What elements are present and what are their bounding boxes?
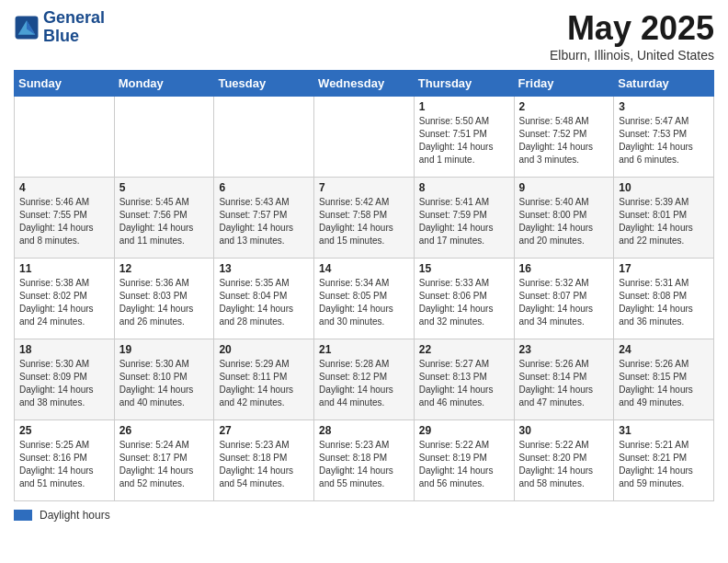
calendar-cell: 12Sunrise: 5:36 AM Sunset: 8:03 PM Dayli… (114, 259, 214, 339)
day-info: Sunrise: 5:31 AM Sunset: 8:08 PM Dayligh… (619, 277, 709, 328)
calendar-cell: 22Sunrise: 5:27 AM Sunset: 8:13 PM Dayli… (414, 339, 514, 420)
calendar-cell: 15Sunrise: 5:33 AM Sunset: 8:06 PM Dayli… (414, 259, 514, 339)
day-info: Sunrise: 5:26 AM Sunset: 8:15 PM Dayligh… (619, 358, 709, 409)
day-info: Sunrise: 5:29 AM Sunset: 8:11 PM Dayligh… (219, 358, 309, 409)
day-number: 22 (419, 343, 509, 356)
day-info: Sunrise: 5:32 AM Sunset: 8:07 PM Dayligh… (519, 277, 609, 328)
calendar-body: 1Sunrise: 5:50 AM Sunset: 7:51 PM Daylig… (15, 97, 714, 501)
calendar-cell: 21Sunrise: 5:28 AM Sunset: 8:12 PM Dayli… (314, 339, 415, 420)
calendar-cell: 4Sunrise: 5:46 AM Sunset: 7:55 PM Daylig… (15, 178, 115, 259)
day-info: Sunrise: 5:23 AM Sunset: 8:18 PM Dayligh… (219, 439, 309, 490)
day-info: Sunrise: 5:43 AM Sunset: 7:57 PM Dayligh… (219, 196, 309, 247)
calendar-day-header: Sunday (15, 71, 115, 97)
day-number: 7 (319, 181, 409, 194)
day-info: Sunrise: 5:38 AM Sunset: 8:02 PM Dayligh… (19, 277, 109, 328)
calendar-cell: 1Sunrise: 5:50 AM Sunset: 7:51 PM Daylig… (414, 97, 514, 178)
day-info: Sunrise: 5:45 AM Sunset: 7:56 PM Dayligh… (119, 196, 210, 247)
calendar-cell: 23Sunrise: 5:26 AM Sunset: 8:14 PM Dayli… (514, 339, 614, 420)
day-number: 10 (619, 181, 709, 194)
day-info: Sunrise: 5:48 AM Sunset: 7:52 PM Dayligh… (519, 115, 609, 167)
day-number: 29 (419, 424, 509, 437)
day-info: Sunrise: 5:26 AM Sunset: 8:14 PM Dayligh… (519, 358, 609, 409)
day-info: Sunrise: 5:46 AM Sunset: 7:55 PM Dayligh… (19, 196, 109, 247)
day-number: 13 (219, 262, 309, 275)
day-number: 9 (519, 181, 609, 194)
calendar-day-header: Wednesday (314, 71, 415, 97)
day-info: Sunrise: 5:34 AM Sunset: 8:05 PM Dayligh… (319, 277, 409, 328)
day-info: Sunrise: 5:41 AM Sunset: 7:59 PM Dayligh… (419, 196, 509, 247)
day-number: 12 (119, 262, 210, 275)
page-header: General Blue May 2025 Elburn, Illinois, … (14, 9, 714, 63)
logo-line2: Blue (43, 28, 105, 46)
calendar-week-row: 25Sunrise: 5:25 AM Sunset: 8:16 PM Dayli… (15, 420, 714, 501)
day-number: 21 (319, 343, 409, 356)
day-number: 15 (419, 262, 509, 275)
calendar-table: SundayMondayTuesdayWednesdayThursdayFrid… (14, 70, 714, 501)
calendar-day-header: Friday (514, 71, 614, 97)
legend-color-box (14, 510, 32, 521)
page-title: May 2025 (550, 9, 714, 48)
day-number: 28 (319, 424, 409, 437)
day-number: 24 (619, 343, 709, 356)
calendar-cell: 29Sunrise: 5:22 AM Sunset: 8:19 PM Dayli… (414, 420, 514, 501)
calendar-day-header: Monday (114, 71, 214, 97)
day-info: Sunrise: 5:30 AM Sunset: 8:10 PM Dayligh… (119, 358, 210, 409)
logo: General Blue (14, 9, 105, 46)
day-info: Sunrise: 5:24 AM Sunset: 8:17 PM Dayligh… (119, 439, 210, 490)
calendar-cell (314, 97, 415, 178)
day-number: 31 (619, 424, 709, 437)
calendar-cell (214, 97, 314, 178)
day-info: Sunrise: 5:47 AM Sunset: 7:53 PM Dayligh… (619, 115, 709, 167)
day-number: 20 (219, 343, 309, 356)
calendar-cell: 13Sunrise: 5:35 AM Sunset: 8:04 PM Dayli… (214, 259, 314, 339)
day-number: 19 (119, 343, 210, 356)
calendar-cell: 14Sunrise: 5:34 AM Sunset: 8:05 PM Dayli… (314, 259, 415, 339)
day-info: Sunrise: 5:33 AM Sunset: 8:06 PM Dayligh… (419, 277, 509, 328)
calendar-cell: 8Sunrise: 5:41 AM Sunset: 7:59 PM Daylig… (414, 178, 514, 259)
title-block: May 2025 Elburn, Illinois, United States (550, 9, 714, 63)
calendar-week-row: 1Sunrise: 5:50 AM Sunset: 7:51 PM Daylig… (15, 97, 714, 178)
day-info: Sunrise: 5:28 AM Sunset: 8:12 PM Dayligh… (319, 358, 409, 409)
calendar-day-header: Tuesday (214, 71, 314, 97)
day-info: Sunrise: 5:23 AM Sunset: 8:18 PM Dayligh… (319, 439, 409, 490)
day-number: 18 (19, 343, 109, 356)
calendar-cell: 27Sunrise: 5:23 AM Sunset: 8:18 PM Dayli… (214, 420, 314, 501)
day-number: 26 (119, 424, 210, 437)
calendar-cell (114, 97, 214, 178)
calendar-cell: 5Sunrise: 5:45 AM Sunset: 7:56 PM Daylig… (114, 178, 214, 259)
day-info: Sunrise: 5:42 AM Sunset: 7:58 PM Dayligh… (319, 196, 409, 247)
calendar-cell: 10Sunrise: 5:39 AM Sunset: 8:01 PM Dayli… (614, 178, 714, 259)
legend: Daylight hours (14, 509, 714, 522)
day-info: Sunrise: 5:22 AM Sunset: 8:19 PM Dayligh… (419, 439, 509, 490)
calendar-day-header: Saturday (614, 71, 714, 97)
day-number: 4 (19, 181, 109, 194)
day-number: 25 (19, 424, 109, 437)
calendar-cell: 2Sunrise: 5:48 AM Sunset: 7:52 PM Daylig… (514, 97, 614, 178)
day-info: Sunrise: 5:27 AM Sunset: 8:13 PM Dayligh… (419, 358, 509, 409)
day-number: 23 (519, 343, 609, 356)
day-info: Sunrise: 5:22 AM Sunset: 8:20 PM Dayligh… (519, 439, 609, 490)
calendar-week-row: 4Sunrise: 5:46 AM Sunset: 7:55 PM Daylig… (15, 178, 714, 259)
day-info: Sunrise: 5:21 AM Sunset: 8:21 PM Dayligh… (619, 439, 709, 490)
calendar-cell: 28Sunrise: 5:23 AM Sunset: 8:18 PM Dayli… (314, 420, 415, 501)
calendar-cell: 30Sunrise: 5:22 AM Sunset: 8:20 PM Dayli… (514, 420, 614, 501)
day-number: 2 (519, 100, 609, 113)
calendar-day-header: Thursday (414, 71, 514, 97)
day-number: 16 (519, 262, 609, 275)
day-info: Sunrise: 5:40 AM Sunset: 8:00 PM Dayligh… (519, 196, 609, 247)
calendar-cell: 25Sunrise: 5:25 AM Sunset: 8:16 PM Dayli… (15, 420, 115, 501)
day-info: Sunrise: 5:36 AM Sunset: 8:03 PM Dayligh… (119, 277, 210, 328)
calendar-week-row: 18Sunrise: 5:30 AM Sunset: 8:09 PM Dayli… (15, 339, 714, 420)
day-number: 14 (319, 262, 409, 275)
calendar-week-row: 11Sunrise: 5:38 AM Sunset: 8:02 PM Dayli… (15, 259, 714, 339)
calendar-cell: 17Sunrise: 5:31 AM Sunset: 8:08 PM Dayli… (614, 259, 714, 339)
calendar-cell: 16Sunrise: 5:32 AM Sunset: 8:07 PM Dayli… (514, 259, 614, 339)
calendar-cell: 20Sunrise: 5:29 AM Sunset: 8:11 PM Dayli… (214, 339, 314, 420)
calendar-cell: 24Sunrise: 5:26 AM Sunset: 8:15 PM Dayli… (614, 339, 714, 420)
day-number: 6 (219, 181, 309, 194)
calendar-cell: 9Sunrise: 5:40 AM Sunset: 8:00 PM Daylig… (514, 178, 614, 259)
day-info: Sunrise: 5:30 AM Sunset: 8:09 PM Dayligh… (19, 358, 109, 409)
calendar-cell: 19Sunrise: 5:30 AM Sunset: 8:10 PM Dayli… (114, 339, 214, 420)
calendar-cell: 11Sunrise: 5:38 AM Sunset: 8:02 PM Dayli… (15, 259, 115, 339)
calendar-cell: 18Sunrise: 5:30 AM Sunset: 8:09 PM Dayli… (15, 339, 115, 420)
